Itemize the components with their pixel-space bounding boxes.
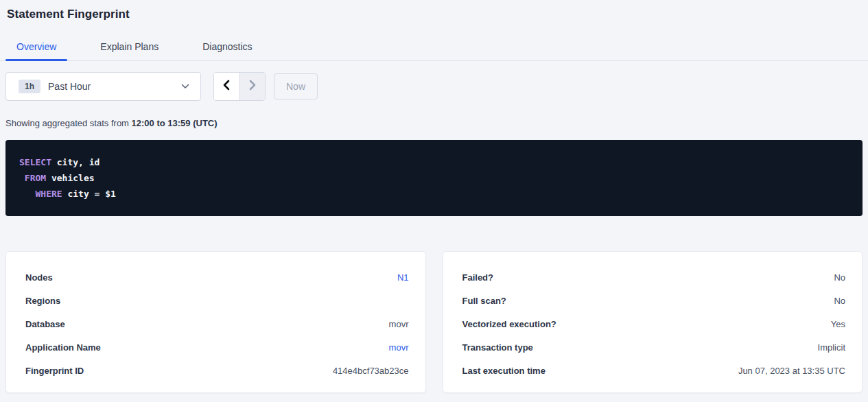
detail-row-fingerprint-id: Fingerprint ID 414e4bcf73ab23ce bbox=[25, 359, 409, 382]
execution-attributes-card: Failed? No Full scan? No Vectorized exec… bbox=[443, 251, 863, 393]
detail-row-full-scan: Full scan? No bbox=[462, 289, 846, 312]
row-value: No bbox=[834, 272, 845, 283]
row-value: Implicit bbox=[818, 342, 845, 353]
detail-row-transaction-type: Transaction type Implicit bbox=[462, 335, 846, 359]
interval-badge: 1h bbox=[19, 80, 40, 93]
row-label: Nodes bbox=[25, 272, 53, 283]
row-label: Full scan? bbox=[462, 296, 506, 306]
row-label: Fingerprint ID bbox=[25, 366, 84, 376]
tab-bar: Overview Explain Plans Diagnostics bbox=[0, 38, 868, 61]
chevron-right-icon bbox=[248, 80, 257, 93]
sql-line: WHERE city = $1 bbox=[19, 186, 849, 202]
time-toolbar: 1h Past Hour Now bbox=[5, 72, 863, 101]
sql-text: vehicles bbox=[46, 173, 94, 183]
chevron-down-icon bbox=[181, 84, 189, 89]
detail-row-nodes: Nodes N1 bbox=[25, 265, 409, 289]
row-value: No bbox=[834, 296, 845, 306]
detail-row-last-execution-time: Last execution time Jun 07, 2023 at 13:3… bbox=[462, 359, 846, 382]
time-range-selected-label: Past Hour bbox=[48, 81, 91, 92]
row-label: Failed? bbox=[462, 272, 494, 283]
detail-row-failed: Failed? No bbox=[462, 265, 846, 289]
statement-fingerprint-page: Statement Fingerprint Overview Explain P… bbox=[0, 0, 868, 402]
detail-row-database: Database movr bbox=[25, 312, 409, 335]
next-time-window-button[interactable] bbox=[240, 73, 266, 100]
row-value: movr bbox=[389, 319, 409, 329]
row-label: Vectorized execution? bbox=[462, 319, 556, 329]
sql-statement-box: SELECT city, id FROM vehicles WHERE city… bbox=[5, 140, 863, 216]
time-window-pager bbox=[213, 72, 266, 101]
sql-text: city, id bbox=[51, 157, 99, 167]
nodes-link[interactable]: N1 bbox=[397, 272, 409, 283]
summary-cards: Nodes N1 Regions Database movr Applicati… bbox=[5, 251, 863, 393]
time-range-dropdown[interactable]: 1h Past Hour bbox=[5, 72, 201, 101]
statement-details-card: Nodes N1 Regions Database movr Applicati… bbox=[5, 251, 426, 393]
row-value: Jun 07, 2023 at 13:35 UTC bbox=[738, 366, 845, 376]
detail-row-vectorized-execution: Vectorized execution? Yes bbox=[462, 312, 846, 335]
tab-diagnostics[interactable]: Diagnostics bbox=[191, 38, 263, 60]
row-label: Transaction type bbox=[462, 342, 533, 353]
sql-line: SELECT city, id bbox=[19, 154, 849, 170]
stats-caption-prefix: Showing aggregated stats from bbox=[5, 118, 132, 128]
now-button[interactable]: Now bbox=[274, 73, 318, 99]
detail-row-regions: Regions bbox=[25, 289, 409, 312]
row-label: Last execution time bbox=[462, 366, 546, 376]
sql-keyword: WHERE bbox=[35, 189, 62, 199]
row-label: Database bbox=[25, 319, 65, 329]
row-label: Application Name bbox=[25, 342, 101, 353]
tab-overview[interactable]: Overview bbox=[5, 38, 67, 60]
sql-keyword: FROM bbox=[25, 173, 46, 183]
application-name-link[interactable]: movr bbox=[389, 342, 409, 353]
page-title: Statement Fingerprint bbox=[0, 0, 868, 21]
row-value: 414e4bcf73ab23ce bbox=[333, 366, 409, 376]
chevron-left-icon bbox=[222, 80, 231, 93]
row-label: Regions bbox=[25, 296, 60, 306]
tab-explain-plans[interactable]: Explain Plans bbox=[89, 38, 169, 60]
sql-line: FROM vehicles bbox=[19, 170, 849, 186]
aggregated-stats-caption: Showing aggregated stats from 12:00 to 1… bbox=[5, 118, 863, 128]
previous-time-window-button[interactable] bbox=[214, 73, 240, 100]
sql-keyword: SELECT bbox=[19, 157, 51, 167]
row-value: Yes bbox=[831, 319, 845, 329]
stats-caption-range: 12:00 to 13:59 (UTC) bbox=[132, 118, 218, 128]
detail-row-application-name: Application Name movr bbox=[25, 335, 409, 359]
sql-text: city = $1 bbox=[62, 189, 116, 199]
